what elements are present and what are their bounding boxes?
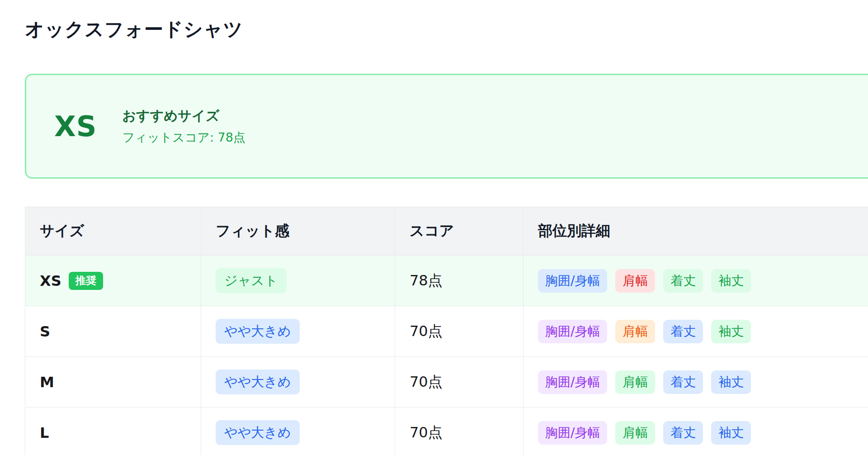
detail-badge-length: 着丈 [663,370,703,394]
detail-badge-chest: 胸囲/身幅 [538,320,607,343]
recommended-size-text: おすすめサイズ フィットスコア: 78点 [122,107,245,146]
size-recommendation-page: オックスフォードシャツ XS おすすめサイズ フィットスコア: 78点 サイズ … [25,19,868,455]
column-header-score: スコア [395,207,524,256]
size-value: XS [40,272,61,289]
detail-badge-shoulder: 肩幅 [615,370,655,394]
size-value: S [40,323,50,340]
fit-cell: やや大きめ [201,408,395,455]
detail-badge-sleeve: 袖丈 [711,269,751,293]
detail-badge-length: 着丈 [663,421,703,445]
detail-badge-sleeve: 袖丈 [711,421,751,445]
detail-badge-length: 着丈 [663,320,703,343]
size-cell: S [25,306,201,357]
table-header: サイズ フィット感 スコア 部位別詳細 [25,207,868,256]
details-cell: 胸囲/身幅 肩幅 着丈 袖丈 [524,306,868,357]
recommended-size-value: XS [54,110,97,143]
score-cell: 78点 [395,256,524,306]
detail-badge-shoulder: 肩幅 [615,269,655,293]
detail-badge-length: 着丈 [663,269,703,293]
size-cell: XS 推奨 [25,256,201,306]
details-cell: 胸囲/身幅 肩幅 着丈 袖丈 [524,256,868,306]
column-header-fit: フィット感 [201,207,395,256]
fit-cell: やや大きめ [201,357,395,408]
detail-badge-chest: 胸囲/身幅 [538,269,607,293]
score-cell: 70点 [395,306,524,357]
size-fit-table: サイズ フィット感 スコア 部位別詳細 XS 推奨 ジャスト 78点 [25,207,868,455]
score-cell: 70点 [395,408,524,455]
details-cell: 胸囲/身幅 肩幅 着丈 袖丈 [524,357,868,408]
score-value: 78点 [410,272,443,289]
detail-badge-shoulder: 肩幅 [615,421,655,445]
size-value: L [40,424,49,441]
recommended-badge: 推奨 [69,272,103,290]
page-title: オックスフォードシャツ [25,19,868,40]
fit-cell: やや大きめ [201,306,395,357]
details-cell: 胸囲/身幅 肩幅 着丈 袖丈 [524,408,868,455]
table-row-l: L やや大きめ 70点 胸囲/身幅 肩幅 着丈 袖丈 [25,408,868,455]
table-row-xs: XS 推奨 ジャスト 78点 胸囲/身幅 肩幅 着丈 袖丈 [25,256,868,306]
score-cell: 70点 [395,357,524,408]
recommended-size-card: XS おすすめサイズ フィットスコア: 78点 [25,74,868,179]
column-header-details: 部位別詳細 [524,207,868,256]
size-cell: M [25,357,201,408]
fit-badge: やや大きめ [216,319,300,344]
size-cell: L [25,408,201,455]
recommended-size-label: おすすめサイズ [122,107,245,125]
detail-badge-chest: 胸囲/身幅 [538,370,607,394]
table-row-s: S やや大きめ 70点 胸囲/身幅 肩幅 着丈 袖丈 [25,306,868,357]
size-value: M [40,374,54,391]
detail-badge-shoulder: 肩幅 [615,320,655,343]
column-header-size: サイズ [25,207,201,256]
fit-cell: ジャスト [201,256,395,306]
fit-score-text: フィットスコア: 78点 [122,129,245,146]
score-value: 70点 [410,322,443,340]
detail-badge-sleeve: 袖丈 [711,370,751,394]
table-header-row: サイズ フィット感 スコア 部位別詳細 [25,207,868,256]
fit-badge: ジャスト [216,268,287,293]
detail-badge-sleeve: 袖丈 [711,320,751,343]
fit-badge: やや大きめ [216,370,300,394]
score-value: 70点 [410,373,443,390]
fit-badge: やや大きめ [216,420,300,445]
score-value: 70点 [410,424,443,441]
detail-badge-chest: 胸囲/身幅 [538,421,607,445]
table-row-m: M やや大きめ 70点 胸囲/身幅 肩幅 着丈 袖丈 [25,357,868,408]
